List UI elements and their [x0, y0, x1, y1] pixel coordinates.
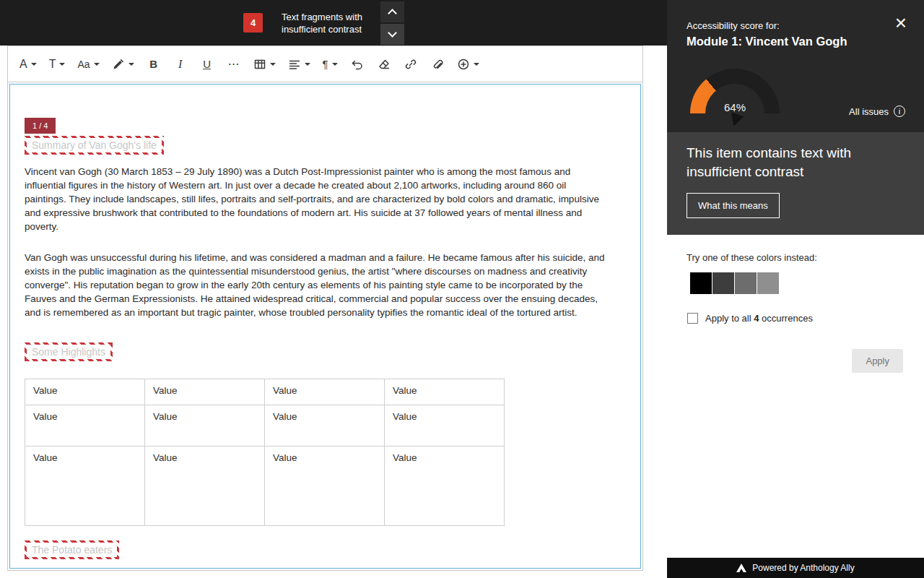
info-icon: i [894, 105, 905, 117]
bold-button[interactable]: B [144, 51, 164, 77]
table-cell[interactable]: Value [265, 405, 385, 447]
editor-paragraph[interactable]: Vincent van Gogh (30 March 1853 – 29 Jul… [25, 165, 626, 233]
color-swatch-1[interactable] [690, 272, 712, 294]
table-row: Value Value Value Value [25, 379, 505, 405]
highlighter-icon [112, 58, 125, 71]
next-issue-button[interactable] [380, 24, 404, 45]
apply-all-label: Apply to all 4 occurrences [705, 313, 813, 324]
flagged-fragment-heading-3[interactable]: The Potato eaters [25, 540, 119, 559]
what-this-means-label: What this means [698, 200, 768, 211]
pilcrow-icon: ¶ [323, 58, 328, 70]
issue-count-badge: 4 [243, 13, 263, 33]
ally-footer[interactable]: Powered by Anthology Ally [667, 558, 924, 578]
insert-button[interactable] [454, 51, 482, 77]
issue-message: This item contains text with insufficien… [687, 144, 883, 181]
table-cell[interactable]: Value [25, 447, 145, 526]
eraser-icon [378, 58, 391, 71]
module-title: Module 1: Vincent Van Gogh [687, 35, 847, 48]
table-cell[interactable]: Value [265, 379, 385, 405]
editor-content[interactable]: 1 / 4 Summary of Van Gogh's life Vincent… [9, 84, 641, 569]
paperclip-icon [431, 58, 444, 71]
chevron-up-icon [388, 9, 397, 18]
ellipsis-icon: ⋯ [228, 57, 240, 71]
table-cell[interactable]: Value [385, 379, 505, 405]
accessibility-panel: Accessibility score for: Module 1: Vince… [667, 0, 924, 578]
table-cell[interactable]: Value [25, 379, 145, 405]
editor-toolbar: A T Aa B I U ⋯ [8, 46, 642, 82]
try-colors-label: Try one of these colors instead: [687, 252, 817, 263]
apply-button-label: Apply [866, 355, 889, 366]
chevron-down-icon [388, 28, 397, 38]
italic-icon: I [178, 58, 182, 71]
apply-all-checkbox[interactable] [687, 313, 698, 324]
footer-label: Powered by Anthology Ally [752, 563, 854, 573]
align-icon [288, 58, 301, 71]
accessibility-score-gauge: 64% [690, 69, 780, 113]
font-size-icon: Aa [77, 59, 90, 70]
score-section-label: Accessibility score for: [687, 20, 780, 31]
table-cell[interactable]: Value [265, 447, 385, 526]
content-table: Value Value Value Value Value Value Valu… [25, 379, 505, 526]
align-button[interactable] [285, 51, 313, 77]
fragment-counter-badge: 1 / 4 [25, 118, 56, 134]
anthology-logo [736, 564, 746, 572]
table-row: Value Value Value Value [25, 405, 505, 447]
score-value: 64% [690, 101, 780, 113]
rich-text-editor: A T Aa B I U ⋯ [7, 46, 643, 571]
text-style-button[interactable]: T [46, 51, 69, 77]
score-section: Accessibility score for: Module 1: Vince… [667, 0, 924, 132]
editor-paragraph[interactable]: Van Gogh was unsuccessful during his lif… [25, 251, 626, 319]
info-glyph: i [899, 107, 900, 116]
paragraph-button[interactable]: ¶ [320, 51, 341, 77]
apply-all-count: 4 [754, 313, 759, 324]
undo-button[interactable] [347, 51, 367, 77]
dropdown-caret-icon [474, 63, 479, 66]
text-color-button[interactable]: A [17, 51, 40, 77]
apply-button[interactable]: Apply [852, 349, 903, 373]
plus-circle-icon [457, 58, 470, 71]
table-cell[interactable]: Value [145, 447, 265, 526]
table-icon [253, 58, 266, 71]
text-color-icon: A [19, 58, 27, 71]
issue-type-line1: Text fragments with [282, 11, 362, 23]
table-cell[interactable]: Value [385, 405, 505, 447]
issue-type-line2: insufficient contrast [282, 23, 362, 35]
link-icon [404, 58, 417, 71]
dropdown-caret-icon [59, 63, 65, 66]
dropdown-caret-icon [305, 63, 310, 66]
all-issues-label: All issues [849, 106, 889, 117]
what-this-means-button[interactable]: What this means [687, 193, 780, 218]
italic-button[interactable]: I [170, 51, 191, 77]
previous-issue-button[interactable] [380, 1, 404, 22]
table-cell[interactable]: Value [145, 405, 265, 447]
color-swatch-3[interactable] [735, 272, 757, 294]
dropdown-caret-icon [31, 63, 37, 66]
table-button[interactable] [250, 51, 279, 77]
color-swatches [690, 272, 779, 294]
undo-icon [351, 58, 364, 71]
table-cell[interactable]: Value [25, 405, 145, 447]
flagged-fragment-heading-1[interactable]: Summary of Van Gogh's life [25, 136, 164, 155]
more-formatting-button[interactable]: ⋯ [224, 51, 244, 77]
underline-button[interactable]: U [197, 51, 217, 77]
font-size-button[interactable]: Aa [74, 51, 102, 77]
apply-all-row: Apply to all 4 occurrences [687, 313, 813, 324]
table-cell[interactable]: Value [385, 447, 505, 526]
dropdown-caret-icon [270, 63, 276, 66]
link-button[interactable] [401, 51, 421, 77]
flagged-fragment-heading-2[interactable]: Some Highlights [25, 342, 113, 361]
bold-icon: B [149, 58, 157, 70]
underline-icon: U [203, 58, 211, 70]
apply-all-suffix: occurrences [762, 313, 813, 324]
color-swatch-4[interactable] [757, 272, 779, 294]
eraser-button[interactable] [374, 51, 394, 77]
table-cell[interactable]: Value [145, 379, 265, 405]
all-issues-button[interactable]: All issues i [849, 105, 905, 117]
dropdown-caret-icon [128, 63, 134, 66]
color-swatch-2[interactable] [712, 272, 734, 294]
attach-button[interactable] [427, 51, 448, 77]
highlight-button[interactable] [109, 51, 137, 77]
dropdown-caret-icon [332, 63, 338, 66]
close-panel-button[interactable]: × [895, 13, 907, 33]
gauge-needle-icon [728, 113, 744, 129]
